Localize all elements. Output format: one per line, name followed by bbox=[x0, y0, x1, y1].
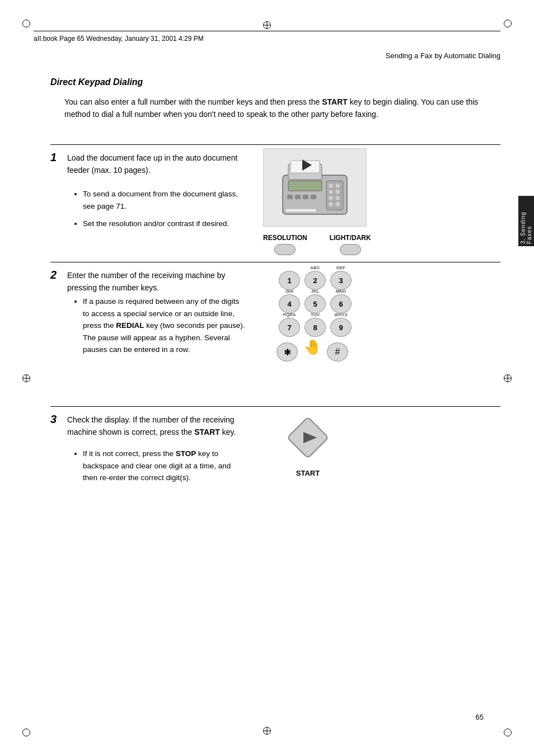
svg-point-18 bbox=[335, 202, 340, 206]
divider-1 bbox=[50, 144, 500, 145]
svg-rect-9 bbox=[285, 209, 316, 212]
key-9: WXYZ 9 bbox=[330, 318, 352, 337]
resolution-button bbox=[274, 244, 296, 255]
center-mark-bottom bbox=[263, 727, 271, 735]
corner-mark-tl bbox=[22, 20, 34, 31]
header-bar: aII.book Page 65 Wednesday, January 31, … bbox=[34, 31, 500, 43]
step3-bullets: If it is not correct, press the STOP key… bbox=[73, 448, 243, 484]
key-2: ABC 2 bbox=[305, 271, 326, 290]
intro-text: You can also enter a full number with th… bbox=[64, 97, 478, 119]
divider-3 bbox=[50, 406, 500, 407]
key-1: 1 bbox=[279, 271, 300, 290]
light-dark-item: LIGHT/DARK bbox=[330, 234, 371, 255]
header-file-info: aII.book Page 65 Wednesday, January 31, … bbox=[34, 35, 204, 43]
step2-main-text: Enter the number of the receiving machin… bbox=[67, 271, 226, 292]
step2-text: Enter the number of the receiving machin… bbox=[67, 270, 252, 294]
page-title: Sending a Fax by Automatic Dialing bbox=[386, 51, 500, 60]
start-label: START bbox=[296, 469, 320, 477]
start-button-area: START bbox=[285, 415, 330, 477]
resolution-item: RESOLUTION bbox=[263, 234, 307, 255]
keypad-bottom-row: ✱ 🤚 # bbox=[277, 342, 363, 361]
resolution-labels: RESOLUTION LIGHT/DARK bbox=[263, 234, 371, 255]
step2-bullet1: If a pause is required between any of th… bbox=[83, 295, 246, 356]
page-number: 65 bbox=[476, 713, 484, 721]
left-mark bbox=[22, 374, 30, 382]
page: aII.book Page 65 Wednesday, January 31, … bbox=[0, 0, 534, 756]
hand-pointer-icon: 🤚 bbox=[303, 339, 321, 356]
svg-point-16 bbox=[335, 196, 340, 200]
svg-rect-4 bbox=[288, 181, 322, 191]
step3-text: Check the display. If the number of the … bbox=[67, 414, 246, 438]
key-5: JKL 5 bbox=[305, 294, 326, 313]
side-tab: 3. Sending Faxes bbox=[518, 196, 534, 246]
svg-point-14 bbox=[335, 190, 340, 194]
right-mark bbox=[504, 374, 512, 382]
svg-point-17 bbox=[329, 202, 333, 206]
step2-bullets: If a pause is required between any of th… bbox=[73, 295, 246, 356]
light-dark-button bbox=[340, 244, 361, 255]
step1-number: 1 bbox=[50, 151, 57, 164]
svg-rect-7 bbox=[303, 195, 308, 199]
step3-number: 3 bbox=[50, 413, 57, 426]
key-8: TUV 8 bbox=[305, 318, 326, 337]
step2-number: 2 bbox=[50, 269, 57, 281]
corner-mark-bl bbox=[22, 725, 34, 736]
intro-paragraph: You can also enter a full number with th… bbox=[64, 96, 484, 120]
start-button-svg bbox=[285, 415, 330, 460]
svg-point-15 bbox=[329, 196, 333, 200]
key-3: DEF 3 bbox=[330, 271, 352, 290]
svg-rect-6 bbox=[295, 195, 301, 199]
key-6: MNO 6 bbox=[330, 294, 352, 313]
step1-main-text: Load the document face up in the auto do… bbox=[67, 153, 237, 175]
step1-text: Load the document face up in the auto do… bbox=[67, 152, 241, 176]
key-hash: # bbox=[327, 342, 348, 361]
corner-mark-tr bbox=[500, 20, 512, 31]
svg-point-11 bbox=[329, 184, 333, 188]
light-dark-label: LIGHT/DARK bbox=[330, 234, 371, 242]
key-4: GHI 4 bbox=[279, 294, 300, 313]
side-tab-text: 3. Sending Faxes bbox=[520, 198, 532, 244]
key-star: ✱ bbox=[277, 342, 298, 361]
resolution-label: RESOLUTION bbox=[263, 234, 307, 242]
svg-point-12 bbox=[335, 184, 340, 188]
divider-2 bbox=[50, 262, 500, 262]
svg-rect-8 bbox=[311, 195, 316, 199]
svg-point-13 bbox=[329, 190, 333, 194]
step1-bullet2: Set the resolution and/or contrast if de… bbox=[83, 218, 241, 230]
corner-mark-br bbox=[500, 725, 512, 736]
center-mark-top bbox=[263, 21, 271, 29]
key-7: PQRS 7 bbox=[279, 318, 300, 337]
step1-bullet1: To send a document from the document gla… bbox=[83, 188, 241, 212]
keypad-grid: 1 ABC 2 DEF 3 GHI 4 JKL 5 MNO 6 bbox=[279, 271, 363, 338]
step1-fax-image bbox=[263, 148, 367, 227]
section-heading: Direct Keypad Dialing bbox=[50, 77, 143, 87]
step1-bullets: To send a document from the document gla… bbox=[73, 188, 241, 236]
step3-bullet1: If it is not correct, press the STOP key… bbox=[83, 448, 243, 484]
svg-rect-5 bbox=[287, 195, 293, 199]
keypad-area: 1 ABC 2 DEF 3 GHI 4 JKL 5 MNO 6 bbox=[273, 265, 363, 363]
fax-machine-svg bbox=[271, 153, 358, 223]
